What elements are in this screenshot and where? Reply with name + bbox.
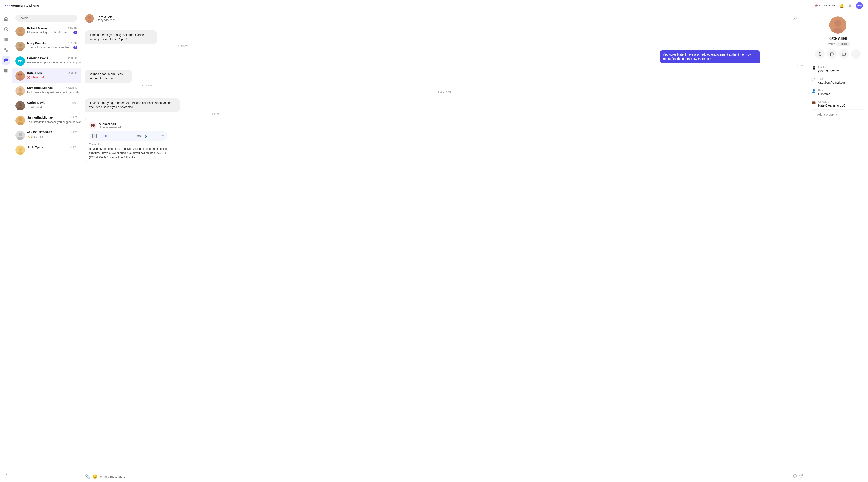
msg-row-1: I'll be in meetings during that time. Ca… <box>85 30 803 47</box>
badge-robert: 4 <box>73 31 77 34</box>
schedule-button[interactable] <box>793 474 797 479</box>
msg-container-5: Hi Mark, I'm trying to reach you. Please… <box>85 98 220 115</box>
conv-info-mary: Mary Daniels 3:51 PM Thanks for your ass… <box>27 41 77 49</box>
svg-point-19 <box>18 74 20 75</box>
call-button[interactable] <box>793 16 797 21</box>
avatar-unknown <box>16 131 25 140</box>
msg-bubble-5: Hi Mark, I'm trying to reach you. Please… <box>85 98 180 112</box>
conv-item-kate[interactable]: Kate Allen 5:23 PM ❌ missed call <box>12 69 81 84</box>
sidebar-item-history[interactable] <box>2 25 10 34</box>
conv-preview-carolina: Received the package today. Everything l… <box>27 61 81 64</box>
conv-preview-mary: Thanks for your assistance earlier. Just… <box>27 45 72 49</box>
svg-point-11 <box>19 29 22 32</box>
logo-dot-3 <box>9 5 10 6</box>
conv-item-robert[interactable]: Robert Brown 2:20 PM Hi, we're having tr… <box>12 24 81 39</box>
conv-info-kate: Kate Allen 5:23 PM ❌ missed call <box>27 71 77 79</box>
audio-play-button[interactable]: ⏸ <box>92 134 97 138</box>
conv-info-jack: Jack Myers Jul 23 <box>27 146 77 150</box>
contact-more-button[interactable]: ⋮ <box>851 49 861 59</box>
emoji-button[interactable]: 😊 <box>93 474 97 479</box>
whats-new-button[interactable]: 📣 What's new? <box>814 4 835 7</box>
svg-point-14 <box>19 44 22 47</box>
sidebar-collapse-button[interactable] <box>2 470 10 479</box>
msg-row-3: Sounds good, Mark. Let's connect tomorro… <box>85 69 803 87</box>
conv-item-mary[interactable]: Mary Daniels 3:51 PM Thanks for your ass… <box>12 39 81 54</box>
conv-time-kate: 5:23 PM <box>68 71 77 74</box>
conv-items: Robert Brown 2:20 PM Hi, we're having tr… <box>12 24 81 482</box>
date-divider: Today, 9:05 <box>85 91 803 94</box>
svg-point-28 <box>18 117 22 121</box>
notifications-button[interactable]: 🔔 <box>839 3 844 8</box>
chat-header-phone: (566) 346-2362 <box>96 19 790 22</box>
conv-time-carlos: Mon <box>72 101 77 104</box>
avatar-kate <box>16 71 25 81</box>
more-button[interactable]: ⋮ <box>799 16 803 21</box>
conv-item-samantha1[interactable]: Samantha Michael Yesterday Hi, I have a … <box>12 84 81 98</box>
logo-dots <box>5 5 10 6</box>
conv-name-samantha2: Samantha Michael <box>27 116 53 119</box>
contact-call-button[interactable] <box>815 49 825 59</box>
svg-point-20 <box>21 74 22 75</box>
contact-actions: ⋮ <box>812 49 864 59</box>
conv-name-carlos: Carlos Davis <box>27 101 45 104</box>
message-input[interactable] <box>100 475 790 478</box>
sidebar-item-table[interactable] <box>2 66 10 75</box>
conv-item-samantha2[interactable]: Samantha Michael Jul 23 The installation… <box>12 113 81 128</box>
main-layout: Robert Brown 2:20 PM Hi, we're having tr… <box>0 11 868 482</box>
field-role-content: Role Customer <box>818 89 831 96</box>
sidebar-item-routing[interactable] <box>2 35 10 44</box>
chat-area: Kate Allen (566) 346-2362 ⋮ I'll be in m… <box>81 11 808 482</box>
msg-row-2: Apologies Kate, I have a scheduled engag… <box>85 50 803 67</box>
settings-button[interactable]: ⊕ <box>848 3 851 8</box>
msg-container-1: I'll be in meetings during that time. Ca… <box>85 30 188 47</box>
app-logo: community phone <box>5 4 39 7</box>
contact-field-role: 👤 Role Customer <box>812 87 864 98</box>
contact-email-button[interactable] <box>839 49 848 59</box>
conv-item-unknown[interactable]: +1 (455) 976-5682 Jul 24 ✏️ draft: Hello… <box>12 128 81 143</box>
conv-time-samantha2: Jul 23 <box>70 116 77 119</box>
landline-badge[interactable]: Landline <box>836 42 850 46</box>
search-input[interactable] <box>16 14 77 22</box>
msg-time-5: 9:05 AM <box>85 113 220 115</box>
megaphone-icon: 📣 <box>814 4 818 7</box>
conv-info-carlos: Carlos Davis Mon ↗ call ended <box>27 101 77 109</box>
logo-dot-1 <box>5 5 6 6</box>
conv-time-robert: 2:20 PM <box>68 27 77 30</box>
logo-dot-2 <box>7 5 8 6</box>
conv-info-samantha1: Samantha Michael Yesterday Hi, I have a … <box>27 86 77 94</box>
svg-point-25 <box>19 103 22 106</box>
audio-controls: 🔈 <box>145 134 158 138</box>
conv-item-carlos[interactable]: Carlos Davis Mon ↗ call ended <box>12 98 81 113</box>
contact-message-button[interactable] <box>827 49 837 59</box>
field-email-content: Email kateallen@gmail.com <box>817 77 846 84</box>
svg-point-22 <box>19 88 22 92</box>
avatar-robert <box>16 27 25 36</box>
user-avatar-button[interactable]: MW <box>856 2 863 9</box>
conv-info-samantha2: Samantha Michael Jul 23 The installation… <box>27 116 77 124</box>
attach-button[interactable]: 📎 <box>85 474 90 479</box>
conv-preview-robert: Hi, we're having trouble with our order … <box>27 31 72 34</box>
conv-preview-samantha2: The installation process you suggested w… <box>27 120 81 124</box>
audio-progress-dot <box>105 135 107 137</box>
missed-call-subtitle: No one answered <box>99 126 121 129</box>
conv-item-carolina[interactable]: CD Carolina Davis 4:00 PM Received the p… <box>12 54 81 69</box>
svg-point-37 <box>88 16 91 19</box>
field-company-content: Company Kate Cleanning LLC <box>818 100 845 107</box>
missed-call-tag: ❌ missed call <box>27 76 44 79</box>
email-value: kateallen@gmail.com <box>817 81 846 84</box>
sidebar-item-messages[interactable] <box>2 56 10 65</box>
conv-item-jack[interactable]: Jack Myers Jul 23 <box>12 143 81 158</box>
chat-messages: I'll be in meetings during that time. Ca… <box>81 26 807 471</box>
add-property-button[interactable]: ＋ Add a property <box>812 109 864 119</box>
sidebar-item-home[interactable] <box>2 14 10 23</box>
send-button[interactable] <box>799 474 803 479</box>
audio-more-button[interactable]: ••• <box>161 134 164 138</box>
msg-bubble-3: Sounds good, Mark. Let's connect tomorro… <box>85 69 132 83</box>
contact-name: Kate Allen <box>812 36 864 41</box>
app-name: community phone <box>11 4 39 7</box>
chat-header: Kate Allen (566) 346-2362 ⋮ <box>81 11 807 26</box>
volume-bar[interactable] <box>150 135 158 136</box>
volume-icon: 🔈 <box>145 134 148 138</box>
sidebar-item-calls[interactable] <box>2 45 10 54</box>
audio-progress-bar[interactable] <box>99 135 135 136</box>
